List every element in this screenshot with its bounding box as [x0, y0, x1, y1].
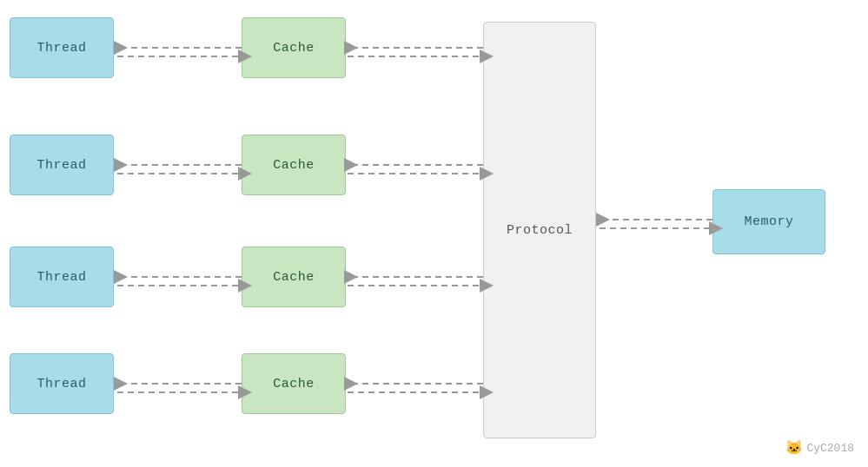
thread-box-3: Thread [10, 247, 114, 307]
thread-label-1: Thread [36, 41, 86, 56]
cache-box-4: Cache [242, 353, 346, 414]
diagram-container: Thread Thread Thread Thread Cache Cache … [0, 0, 868, 467]
cache-label-4: Cache [273, 377, 315, 391]
watermark: 🐱 CyC2018 [785, 439, 854, 457]
thread-box-4: Thread [10, 353, 114, 414]
cache-label-3: Cache [273, 270, 315, 285]
cache-label-1: Cache [273, 41, 315, 56]
thread-box-2: Thread [10, 135, 114, 195]
cache-box-3: Cache [242, 247, 346, 307]
thread-box-1: Thread [10, 17, 114, 78]
cache-box-1: Cache [242, 17, 346, 78]
protocol-label: Protocol [507, 223, 573, 238]
cache-label-2: Cache [273, 158, 315, 173]
thread-label-3: Thread [36, 270, 86, 285]
thread-label-4: Thread [36, 377, 86, 391]
memory-box: Memory [712, 189, 825, 254]
memory-label: Memory [744, 214, 793, 229]
thread-label-2: Thread [36, 158, 86, 173]
cache-box-2: Cache [242, 135, 346, 195]
protocol-box: Protocol [483, 22, 596, 438]
cat-icon: 🐱 [785, 439, 803, 457]
watermark-text: CyC2018 [806, 442, 854, 455]
